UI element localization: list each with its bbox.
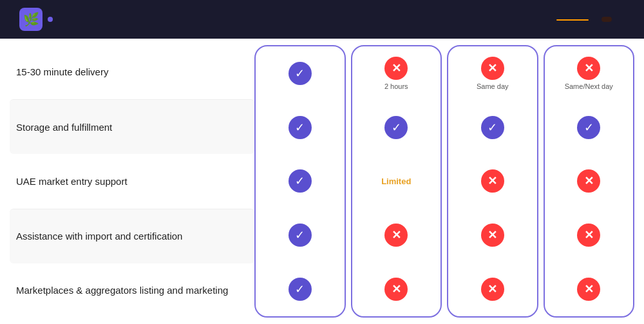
check-icon: ✓ [577, 116, 600, 139]
cross-icon: ✕ [384, 278, 408, 301]
check-icon: ✓ [289, 224, 312, 247]
check-icon: ✓ [289, 169, 312, 193]
cross-icon: ✕ [384, 224, 408, 247]
logo-dot [48, 17, 53, 22]
fulfillment-logo [556, 19, 589, 21]
check-icon: ✓ [481, 116, 504, 139]
feature-row-uae: UAE market entry support [10, 154, 254, 208]
check-icon: ✓ [384, 116, 408, 139]
provider-cell-col3-4: ✕ [451, 262, 534, 316]
top-bar: 🌿 [0, 0, 644, 39]
limited-label: Limited [381, 176, 411, 186]
cross-icon: ✕ [577, 57, 600, 80]
cross-icon: ✕ [481, 169, 504, 193]
provider-cell-col1-4: ✓ [259, 262, 341, 316]
cell-label: 2 hours [384, 82, 408, 90]
comparison-table: 15-30 minute deliveryStorage and fulfill… [0, 39, 644, 324]
provider-col-col2: ✕2 hours✓Limited✕✕ [351, 45, 442, 318]
provider-cell-col1-0: ✓ [259, 46, 341, 100]
feature-row-storage: Storage and fulfillment [10, 99, 254, 154]
cross-icon: ✕ [384, 57, 408, 80]
fulfillment-underline [556, 19, 589, 21]
main-logo-icon: 🌿 [19, 8, 43, 31]
cross-icon: ✕ [577, 278, 600, 301]
provider-cell-col4-1: ✓ [548, 100, 630, 155]
provider-col-col3: ✕Same day✓✕✕✕ [447, 45, 538, 318]
feature-label-storage: Storage and fulfillment [16, 121, 112, 134]
ups-logo [601, 17, 612, 22]
provider-cell-col2-1: ✓ [355, 100, 438, 155]
provider-col-col1: ✓✓✓✓✓ [254, 45, 346, 318]
provider-cell-col3-1: ✓ [451, 100, 534, 155]
provider-cell-col1-1: ✓ [259, 100, 341, 155]
check-icon: ✓ [289, 116, 312, 139]
provider-cell-col4-3: ✕ [548, 208, 630, 262]
feature-row-marketplaces: Marketplaces & aggregators listing and m… [10, 263, 254, 318]
provider-cell-col2-2: Limited [355, 155, 438, 209]
features-column: 15-30 minute deliveryStorage and fulfill… [10, 45, 254, 318]
provider-cell-col2-0: ✕2 hours [355, 46, 438, 100]
cell-label: Same day [477, 82, 509, 90]
check-icon: ✓ [289, 278, 312, 301]
check-icon: ✓ [289, 62, 312, 85]
cross-icon: ✕ [577, 169, 600, 193]
feature-label-import: Assistance with import and certification [16, 230, 182, 243]
feature-label-marketplaces: Marketplaces & aggregators listing and m… [16, 284, 228, 297]
provider-cell-col4-0: ✕Same/Next day [548, 46, 630, 100]
provider-cell-col3-3: ✕ [451, 208, 534, 262]
provider-cell-col4-4: ✕ [548, 262, 630, 316]
feature-label-delivery: 15-30 minute delivery [16, 66, 108, 79]
feature-row-delivery: 15-30 minute delivery [10, 45, 254, 99]
provider-col-col4: ✕Same/Next day✓✕✕✕ [544, 45, 635, 318]
provider-cell-col2-4: ✕ [355, 262, 438, 316]
provider-columns: ✓✓✓✓✓✕2 hours✓Limited✕✕✕Same day✓✕✕✕✕Sam… [254, 45, 634, 318]
cross-icon: ✕ [481, 224, 504, 247]
top-bar-left: 🌿 [19, 8, 53, 31]
cross-icon: ✕ [577, 224, 600, 247]
provider-cell-col4-2: ✕ [548, 155, 630, 209]
cross-icon: ✕ [481, 278, 504, 301]
feature-label-uae: UAE market entry support [16, 175, 128, 188]
cross-icon: ✕ [481, 57, 504, 80]
provider-cell-col3-2: ✕ [451, 155, 534, 209]
provider-cell-col1-3: ✓ [259, 208, 341, 262]
cell-label: Same/Next day [565, 82, 613, 90]
feature-row-import: Assistance with import and certification [10, 209, 254, 263]
provider-cell-col2-3: ✕ [355, 208, 438, 262]
top-bar-right [556, 17, 625, 22]
provider-cell-col3-0: ✕Same day [451, 46, 534, 100]
provider-cell-col1-2: ✓ [259, 155, 341, 209]
